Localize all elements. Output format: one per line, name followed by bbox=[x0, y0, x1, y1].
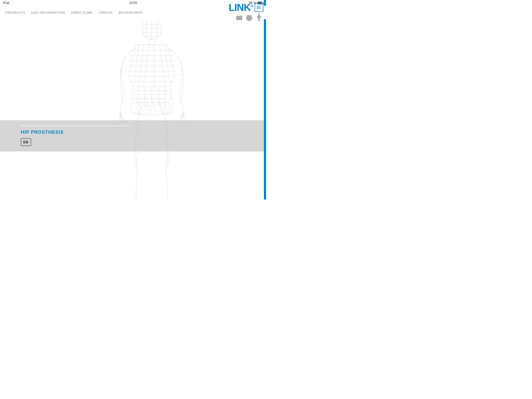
settings-icon-button[interactable] bbox=[245, 14, 254, 22]
status-bar: iPad 10:59 88 % bbox=[0, 0, 266, 6]
svg-line-38 bbox=[176, 65, 180, 66]
svg-line-55 bbox=[136, 152, 140, 153]
bottom-icons bbox=[235, 14, 263, 22]
svg-line-35 bbox=[121, 74, 126, 75]
svg-line-32 bbox=[165, 45, 170, 87]
svg-rect-9 bbox=[257, 16, 258, 18]
svg-rect-7 bbox=[258, 18, 259, 22]
svg-line-67 bbox=[136, 100, 146, 114]
svg-line-36 bbox=[122, 82, 125, 83]
hip-prosthesis-title: HIP PROSTHESIS bbox=[21, 130, 264, 135]
svg-line-27 bbox=[134, 45, 139, 87]
svg-line-33 bbox=[121, 56, 124, 71]
svg-rect-1 bbox=[257, 7, 261, 8]
svg-line-46 bbox=[145, 87, 145, 106]
svg-rect-3 bbox=[257, 6, 258, 9]
nav-directlink[interactable]: directLINK bbox=[71, 11, 93, 15]
svg-line-28 bbox=[138, 45, 144, 87]
svg-line-29 bbox=[143, 45, 149, 87]
right-scroll-bar[interactable] bbox=[264, 0, 266, 200]
svg-line-70 bbox=[152, 97, 156, 113]
nav-bookmarks[interactable]: BOOKMARKS bbox=[119, 11, 142, 15]
status-left: iPad bbox=[3, 1, 11, 5]
svg-line-40 bbox=[178, 82, 182, 83]
link-logo: LINK® bbox=[229, 3, 253, 12]
gray-band: HIP PROSTHESIS bbox=[0, 120, 264, 151]
nav-links: PRODUCTS USE INFORMATION directLINK VIDE… bbox=[5, 11, 143, 15]
mail-icon-button[interactable] bbox=[235, 14, 244, 22]
device-name: iPad bbox=[3, 1, 9, 5]
nav-use-information[interactable]: USE INFORMATION bbox=[31, 11, 65, 15]
svg-line-62 bbox=[163, 152, 168, 153]
nav-videos[interactable]: VIDEOS bbox=[99, 11, 112, 15]
svg-line-69 bbox=[145, 97, 152, 113]
svg-line-56 bbox=[136, 159, 140, 161]
svg-rect-2 bbox=[257, 8, 261, 9]
svg-rect-0 bbox=[257, 6, 261, 6]
svg-line-48 bbox=[158, 87, 159, 106]
nav-products[interactable]: PRODUCTS bbox=[5, 11, 25, 15]
book-icon-button[interactable] bbox=[255, 3, 263, 12]
main-content: HIP PROSTHESIS bbox=[0, 19, 264, 200]
svg-line-31 bbox=[159, 45, 165, 87]
play-pause-icon bbox=[23, 140, 29, 144]
svg-rect-8 bbox=[259, 18, 260, 22]
status-time: 10:59 bbox=[129, 1, 137, 5]
svg-rect-10 bbox=[260, 16, 261, 18]
navbar: PRODUCTS USE INFORMATION directLINK VIDE… bbox=[0, 6, 266, 19]
svg-line-49 bbox=[165, 87, 166, 106]
wireframe-figure-container bbox=[102, 19, 201, 200]
play-pause-button[interactable] bbox=[21, 138, 31, 146]
svg-point-6 bbox=[258, 14, 260, 15]
svg-line-73 bbox=[168, 101, 171, 113]
svg-line-39 bbox=[178, 74, 182, 75]
wireframe-figure bbox=[108, 19, 196, 200]
logo-area: LINK® bbox=[229, 3, 263, 22]
svg-line-37 bbox=[179, 56, 183, 71]
svg-line-63 bbox=[164, 159, 167, 161]
svg-line-34 bbox=[123, 65, 127, 66]
human-figure-icon-button[interactable] bbox=[255, 14, 263, 22]
band-separator-line bbox=[21, 125, 130, 126]
